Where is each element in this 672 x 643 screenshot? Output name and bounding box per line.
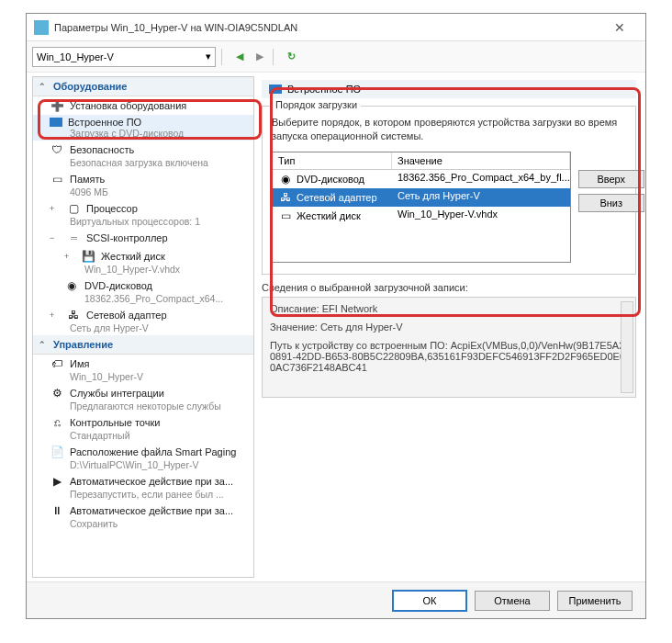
firmware-icon: [269, 85, 282, 94]
sidebar-memory[interactable]: ▭Память4096 МБ: [33, 170, 253, 199]
content-panel: Встроенное ПО Порядок загрузки Выберите …: [254, 73, 645, 581]
paging-icon: 📄: [50, 445, 64, 459]
hdd-icon: 💾: [81, 249, 95, 264]
sidebar: ⌃Оборудование ➕Установка оборудования Вс…: [32, 76, 254, 578]
info-value: Значение: Сеть для Hyper-V: [270, 322, 628, 333]
boot-order-group: Порядок загрузки Выберите порядок, в кот…: [262, 106, 636, 275]
sidebar-auto-start[interactable]: ▶Автоматическое действие при за...Переза…: [33, 472, 253, 502]
ok-button[interactable]: ОК: [392, 590, 467, 612]
sidebar-name[interactable]: 🏷ИмяWin_10_Hyper-V: [33, 355, 253, 384]
shield-icon: 🛡: [50, 142, 64, 157]
services-icon: ⚙: [50, 386, 64, 400]
firmware-icon: [50, 118, 62, 127]
move-down-button[interactable]: Вниз: [578, 194, 644, 212]
dvd-icon: ◉: [64, 278, 79, 293]
sidebar-scsi[interactable]: −⎓SCSI-контроллер: [33, 229, 253, 247]
auto-stop-icon: ⏸: [50, 503, 64, 518]
network-icon: 🖧: [66, 308, 81, 322]
add-hw-icon: ➕: [50, 98, 64, 113]
nav-forward-button[interactable]: ▶: [252, 50, 267, 64]
boot-table-header: ТипЗначение: [273, 152, 570, 170]
toolbar: Win_10_Hyper-V ▾ ◀ ▶ ↻: [27, 41, 645, 73]
info-path: Путь к устройству со встроенным ПО: Acpi…: [270, 340, 628, 373]
boot-row-network[interactable]: 🖧Сетевой адаптерСеть для Hyper-V: [273, 188, 570, 207]
vm-dropdown[interactable]: Win_10_Hyper-V ▾: [32, 47, 216, 67]
boot-row-dvd[interactable]: ◉DVD-дисковод18362.356_Pro_Compact_x64_b…: [273, 170, 570, 188]
auto-start-icon: ▶: [50, 474, 64, 489]
sidebar-integration[interactable]: ⚙Службы интеграцииПредлагаются некоторые…: [33, 384, 253, 413]
hardware-header: ⌃Оборудование: [33, 77, 253, 96]
window-title: Параметры Win_10_Hyper-V на WIN-OIA9C5ND…: [54, 22, 601, 33]
boot-table[interactable]: ТипЗначение ◉DVD-дисковод18362.356_Pro_C…: [272, 152, 571, 263]
sidebar-auto-stop[interactable]: ⏸Автоматическое действие при за...Сохран…: [33, 502, 253, 531]
boot-order-title: Порядок загрузки: [272, 99, 361, 110]
panel-title: Встроенное ПО: [262, 80, 636, 98]
sidebar-cpu[interactable]: +▢ПроцессорВиртуальных процессоров: 1: [33, 199, 253, 229]
vm-dropdown-label: Win_10_Hyper-V: [37, 51, 114, 62]
memory-icon: ▭: [50, 172, 64, 186]
info-desc: Описание: EFI Network: [270, 303, 628, 314]
checkpoint-icon: ⎌: [50, 415, 64, 430]
cpu-icon: ▢: [66, 201, 81, 216]
refresh-button[interactable]: ↻: [284, 50, 298, 64]
apply-button[interactable]: Применить: [557, 591, 633, 611]
close-button[interactable]: ✕: [601, 20, 638, 35]
boot-row-hdd[interactable]: ▭Жесткий дискWin_10_Hyper-V.vhdx: [273, 207, 570, 225]
net-icon: 🖧: [278, 190, 293, 205]
boot-info-label: Сведения о выбранной загрузочной записи:: [262, 282, 636, 293]
move-up-button[interactable]: Вверх: [578, 170, 644, 188]
drive-icon: ▭: [278, 209, 293, 223]
footer: ОК Отмена Применить: [27, 581, 645, 618]
sidebar-firmware[interactable]: Встроенное ПОЗагрузка с DVD-дисковод: [33, 115, 253, 141]
titlebar: Параметры Win_10_Hyper-V на WIN-OIA9C5ND…: [27, 14, 645, 41]
cancel-button[interactable]: Отмена: [475, 591, 550, 611]
chevron-down-icon: ▾: [206, 51, 211, 62]
sidebar-dvd[interactable]: ◉DVD-дисковод18362.356_Pro_Compact_x64..…: [33, 276, 253, 306]
management-header: ⌃Управление: [33, 335, 253, 355]
boot-order-desc: Выберите порядок, в котором проверяются …: [272, 116, 626, 144]
sidebar-hdd[interactable]: +💾Жесткий дискWin_10_Hyper-V.vhdx: [33, 247, 253, 276]
sidebar-security[interactable]: 🛡БезопасностьБезопасная загрузка включен…: [33, 141, 253, 170]
scsi-icon: ⎓: [66, 231, 81, 245]
tag-icon: 🏷: [50, 356, 64, 371]
settings-window: Параметры Win_10_Hyper-V на WIN-OIA9C5ND…: [26, 13, 646, 619]
sidebar-network[interactable]: +🖧Сетевой адаптерСеть для Hyper-V: [33, 306, 253, 335]
nav-back-button[interactable]: ◀: [232, 50, 247, 64]
sidebar-paging[interactable]: 📄Расположение файла Smart PagingD:\Virtu…: [33, 443, 253, 472]
boot-info-box: Описание: EFI Network Значение: Сеть для…: [262, 297, 636, 398]
disc-icon: ◉: [278, 172, 293, 186]
window-icon: [34, 20, 49, 35]
scrollbar[interactable]: [621, 301, 633, 393]
sidebar-add-hardware[interactable]: ➕Установка оборудования: [33, 96, 253, 115]
sidebar-checkpoints[interactable]: ⎌Контрольные точкиСтандартный: [33, 413, 253, 443]
